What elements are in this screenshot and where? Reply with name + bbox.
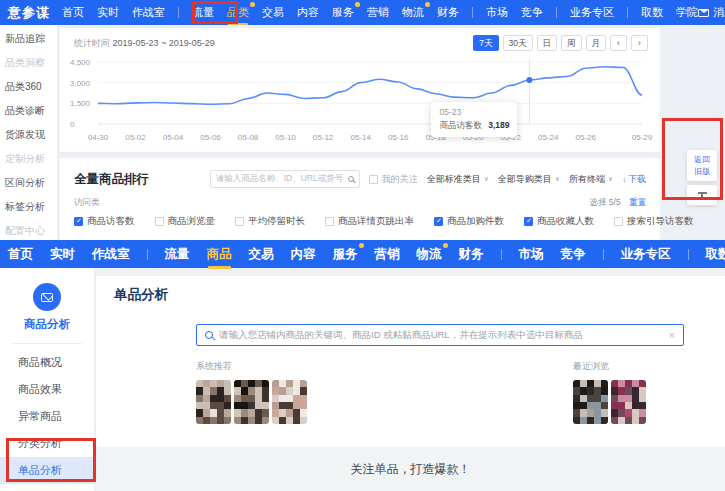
nav-divider — [147, 249, 148, 260]
messages-entry[interactable]: 消息 — [698, 5, 725, 20]
trend-line — [98, 67, 642, 104]
date-range-button[interactable]: 30天 — [503, 35, 533, 51]
svg-text:05-12: 05-12 — [313, 133, 334, 142]
nav-tab[interactable]: 营销 — [367, 5, 389, 20]
nav-tab[interactable]: 市场 — [519, 246, 544, 263]
sidebar-item[interactable]: 配置中心 — [5, 224, 57, 238]
product-thumbnail[interactable] — [196, 380, 231, 424]
back-to-old-version-button[interactable]: 返回 旧版 — [687, 150, 717, 181]
nav-tab[interactable]: 服务 — [333, 246, 358, 263]
checkbox-icon — [74, 217, 83, 226]
sidebar-item[interactable]: 品类诊断 — [5, 104, 57, 118]
metric-checkbox[interactable]: 商品浏览量 — [155, 215, 216, 228]
nav-tab[interactable]: 物流 — [417, 246, 442, 263]
sidebar-item[interactable]: 标签分析 — [5, 200, 57, 214]
sidebar-item[interactable]: 品类360 — [5, 80, 57, 94]
product-thumbnail[interactable] — [272, 380, 307, 424]
nav-tab[interactable]: 首页 — [8, 246, 33, 263]
nav-divider — [603, 249, 604, 260]
nav-tab[interactable]: 市场 — [486, 5, 508, 20]
nav-tab[interactable]: 取数 — [641, 5, 663, 20]
nav-tab[interactable]: 竞争 — [561, 246, 586, 263]
metric-checkbox[interactable]: 商品详情页跳出率 — [325, 215, 414, 228]
nav-tab[interactable]: 财务 — [437, 5, 459, 20]
product-thumbnail[interactable] — [573, 380, 608, 424]
recent-view-group: 最近浏览 — [573, 360, 646, 424]
stat-time: 统计时间 2019-05-23 ~ 2019-05-29 — [74, 37, 215, 50]
nav-tab[interactable]: 内容 — [291, 246, 316, 263]
notification-dot-icon — [425, 2, 430, 7]
nav-tab[interactable]: 物流 — [402, 5, 424, 20]
product-search-input[interactable]: 请输入商品名称、ID、URL或货号 — [210, 170, 360, 188]
metric-checkbox[interactable]: 平均停留时长 — [235, 215, 305, 228]
metric-checkbox[interactable]: 商品加购件数 — [434, 215, 504, 228]
product-thumbnail[interactable] — [234, 380, 269, 424]
item-search-box[interactable]: 请输入您店铺内商品的关键词、商品ID 或粘贴商品URL，并在提示列表中选中目标商… — [196, 324, 684, 346]
nav-tab[interactable]: 品类 — [227, 5, 249, 20]
svg-text:05-04: 05-04 — [163, 133, 184, 142]
svg-text:3,000: 3,000 — [70, 79, 91, 88]
date-range-button[interactable]: ‹ — [610, 35, 627, 51]
sidebar-item[interactable]: 商品概况 — [0, 349, 94, 376]
footer-slogan: 关注单品，打造爆款！ — [351, 461, 471, 478]
message-icon — [698, 9, 709, 17]
date-range-button[interactable]: 月 — [586, 35, 607, 51]
download-link[interactable]: ↓ 下载 — [622, 173, 646, 186]
metric-checkbox[interactable]: 商品访客数 — [74, 215, 135, 228]
sidebar-item[interactable]: 品类洞察 — [5, 56, 57, 70]
nav-divider — [556, 7, 557, 18]
nav-tab[interactable]: 商品 — [207, 246, 232, 263]
search-icon — [348, 176, 354, 182]
nav-tab[interactable]: 业务专区 — [570, 5, 614, 20]
nav-tab[interactable]: 作战室 — [92, 246, 130, 263]
nav-tab[interactable]: 流量 — [165, 246, 190, 263]
visitor-trend-chart[interactable]: 01,5003,0004,50004-3005-0205-0405-0605-0… — [68, 54, 652, 150]
nav-tab[interactable]: 流量 — [192, 5, 214, 20]
product-thumbnail[interactable] — [611, 380, 646, 424]
sidebar-item[interactable]: 新品追踪 — [5, 32, 57, 46]
nav-tab[interactable]: 实时 — [97, 5, 119, 20]
sidebar-item[interactable]: 货源发现 — [5, 128, 57, 142]
nav-tab[interactable]: 作战室 — [132, 5, 165, 20]
nav-tab[interactable]: 取数 — [706, 246, 725, 263]
sidebar-item[interactable]: 单品分析 — [0, 457, 94, 484]
metric-checkbox[interactable]: 搜索引导访客数 — [614, 215, 694, 228]
nav-tab[interactable]: 首页 — [62, 5, 84, 20]
sidebar-item[interactable]: 分类分析 — [0, 430, 94, 457]
filter-select[interactable]: 所有终端 ∨ — [569, 173, 613, 186]
nav-tab[interactable]: 内容 — [297, 5, 319, 20]
envelope-icon — [41, 293, 53, 302]
nav-tab[interactable]: 业务专区 — [621, 246, 671, 263]
recommend-thumbnails — [196, 380, 307, 424]
product-analysis-module-icon — [33, 283, 61, 311]
nav-tab[interactable]: 交易 — [262, 5, 284, 20]
filter-select[interactable]: 全部导购类目 ∨ — [498, 173, 560, 186]
metric-checkbox[interactable]: 商品收藏人数 — [524, 215, 594, 228]
back-to-top-button[interactable] — [687, 185, 717, 205]
date-range-button[interactable]: 7天 — [473, 35, 498, 51]
sidebar-item[interactable]: 定制分析 — [5, 152, 57, 166]
svg-text:05-10: 05-10 — [275, 133, 296, 142]
sidebar-item[interactable]: 区间分析 — [5, 176, 57, 190]
date-range-button[interactable]: 日 — [537, 35, 558, 51]
nav-tab[interactable]: 营销 — [375, 246, 400, 263]
my-follow-checkbox[interactable]: 我的关注 — [369, 173, 418, 186]
reset-link[interactable]: 重置 — [629, 197, 646, 207]
footer-banner: 关注单品，打造爆款！ — [96, 447, 725, 491]
date-range-button[interactable]: 周 — [561, 35, 582, 51]
nav-tab[interactable]: 实时 — [50, 246, 75, 263]
nav-tab[interactable]: 服务 — [332, 5, 354, 20]
stat-time-range: 2019-05-23 ~ 2019-05-29 — [113, 38, 215, 48]
chart-marker-dot — [526, 77, 532, 83]
sidebar-menu: 商品概况商品效果异常商品分类分析单品分析 — [0, 349, 94, 484]
search-placeholder: 请输入您店铺内商品的关键词、商品ID 或粘贴商品URL，并在提示列表中选中目标商… — [219, 329, 663, 342]
nav-tab[interactable]: 交易 — [249, 246, 274, 263]
filter-select[interactable]: 全部标准类目 ∨ — [427, 173, 489, 186]
sidebar-item[interactable]: 异常商品 — [0, 403, 94, 430]
nav-tab[interactable]: 学院 — [676, 5, 698, 20]
date-range-button[interactable]: › — [631, 35, 648, 51]
nav-tab[interactable]: 财务 — [459, 246, 484, 263]
nav-tab[interactable]: 竞争 — [521, 5, 543, 20]
clear-icon[interactable]: × — [669, 330, 675, 341]
sidebar-item[interactable]: 商品效果 — [0, 376, 94, 403]
